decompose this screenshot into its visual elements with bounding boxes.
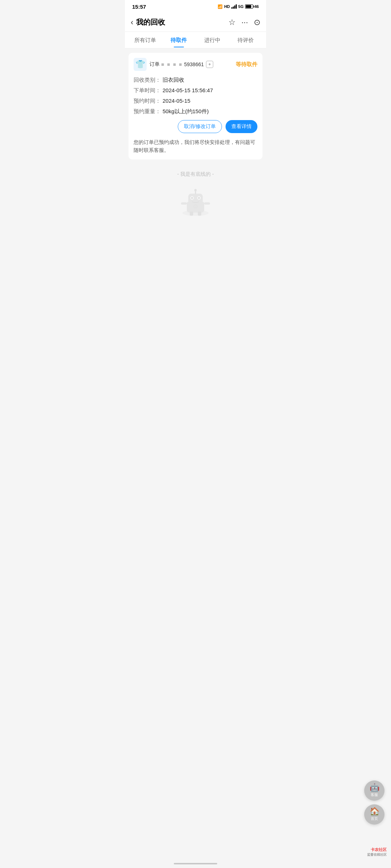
order-time-value: 2024-05-15 15:56:47 [163,87,257,93]
status-icons: 📶 HD 5G 46 [218,4,259,9]
order-time-label: 下单时间： [134,87,163,94]
battery-level: 46 [255,4,259,9]
tabs-bar: 所有订单 待取件 进行中 待评价 [125,32,266,48]
category-label: 回收类别： [134,77,163,84]
tab-all-orders[interactable]: 所有订单 [129,33,162,47]
battery-icon [245,4,253,9]
status-bar: 15:57 📶 HD 5G 46 [125,0,266,13]
order-notice: 您的订单已预约成功，我们将尽快安排处理，有问题可随时联系客服。 [134,138,257,154]
svg-point-7 [191,197,193,199]
category-value: 旧衣回收 [163,77,257,84]
order-type-icon: 👕 [134,58,147,71]
detail-row-category: 回收类别： 旧衣回收 [134,77,257,84]
appt-time-value: 2024-05-15 [163,98,257,104]
svg-rect-10 [204,202,210,204]
nav-bar: ‹ 我的回收 ☆ ··· ⊙ [125,13,266,32]
detail-row-appt-time: 预约时间： 2024-05-15 [134,98,257,105]
svg-rect-9 [181,202,187,204]
record-icon[interactable]: ⊙ [254,18,260,27]
svg-rect-11 [190,212,193,216]
wifi-icon: 📶 [218,4,223,9]
cancel-modify-button[interactable]: 取消/修改订单 [178,120,222,133]
svg-point-4 [194,189,197,191]
copy-order-button[interactable]: + [206,61,213,68]
weight-value: 50kg以上(约150件) [163,108,257,115]
detail-row-weight: 预约重量： 50kg以上(约150件) [134,108,257,115]
order-card: 👕 订单 ■ ■ ■ ■ 5938661 + 等待取件 回收类别： 旧衣回收 下… [129,53,262,159]
tshirt-icon: 👕 [135,60,145,69]
page-title: 我的回收 [136,17,228,27]
more-icon[interactable]: ··· [241,18,248,27]
tab-pending-review[interactable]: 待评价 [229,33,263,47]
weight-label: 预约重量： [134,108,163,115]
status-time: 15:57 [132,4,146,10]
main-content: 👕 订单 ■ ■ ■ ■ 5938661 + 等待取件 回收类别： 旧衣回收 下… [125,48,266,233]
tab-pending-pickup[interactable]: 待取件 [162,33,196,47]
bottom-line: - 我是有底线的 - [129,164,262,181]
svg-rect-12 [198,212,201,216]
order-number-row: 订单 ■ ■ ■ ■ 5938661 + [150,61,233,68]
view-detail-button[interactable]: 查看详情 [226,120,257,133]
order-num-end: 5938661 [184,61,204,67]
order-status: 等待取件 [236,61,257,68]
appt-time-label: 预约时间： [134,98,163,105]
order-label: 订单 [150,61,160,68]
svg-point-8 [198,197,200,199]
robot-illustration: © [177,188,214,217]
nav-actions: ☆ ··· ⊙ [228,18,260,27]
action-buttons: 取消/修改订单 查看详情 [134,120,257,133]
empty-illustration: © [129,181,262,228]
signal-bars [231,4,237,9]
order-details: 回收类别： 旧衣回收 下单时间： 2024-05-15 15:56:47 预约时… [134,77,257,115]
order-header: 👕 订单 ■ ■ ■ ■ 5938661 + 等待取件 [134,58,257,71]
signal-label: 5G [238,4,244,9]
tab-in-progress[interactable]: 进行中 [196,33,229,47]
order-dots: ■ ■ ■ ■ [161,61,183,67]
svg-rect-2 [188,193,203,204]
star-icon[interactable]: ☆ [228,18,236,27]
detail-row-order-time: 下单时间： 2024-05-15 15:56:47 [134,87,257,94]
hd-label: HD [224,4,230,9]
back-button[interactable]: ‹ [131,18,133,27]
